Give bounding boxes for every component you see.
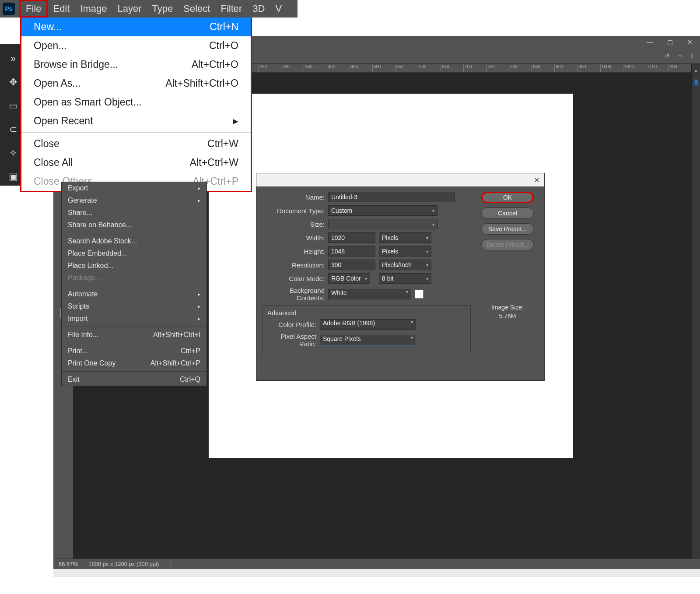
height-unit-select[interactable]: Pixels▾ <box>379 246 431 257</box>
window-minimize-button[interactable]: — <box>640 36 660 48</box>
menu-item-automate[interactable]: Automate▸ <box>62 288 206 300</box>
menu-item-place-linked[interactable]: Place Linked... <box>62 260 206 272</box>
menu-item-generate[interactable]: Generate▸ <box>62 194 206 207</box>
right-panel-collapsed[interactable]: « 👤 <box>691 64 700 577</box>
menubar-item-layer[interactable]: Layer <box>112 0 147 18</box>
menu-item-scripts[interactable]: Scripts▸ <box>62 300 206 313</box>
colormode-select[interactable]: RGB Color▾ <box>328 273 370 284</box>
cancel-button[interactable]: Cancel <box>481 207 534 219</box>
chevron-right-icon: ▸ <box>198 302 200 311</box>
name-field[interactable] <box>328 192 455 202</box>
chevron-down-icon: ▾ <box>426 249 428 254</box>
menu-item-label: Browse in Bridge... <box>34 57 118 72</box>
menubar-item-3d[interactable]: 3D <box>247 0 270 18</box>
menu-item-share[interactable]: Share... <box>62 207 206 219</box>
resolution-field[interactable] <box>328 260 375 270</box>
lasso-tool-icon[interactable]: ⊂ <box>4 121 22 138</box>
menu-item-close[interactable]: Close Ctrl+W <box>21 134 251 153</box>
chevron-right-icon[interactable]: » <box>4 50 22 67</box>
pixelaspect-select[interactable]: Square Pixels▾ <box>320 335 416 345</box>
menu-item-label: Generate <box>68 196 97 205</box>
width-field[interactable] <box>328 232 375 243</box>
menu-item-new[interactable]: New... Ctrl+N <box>21 18 251 36</box>
menu-item-print[interactable]: Print...Ctrl+P <box>62 345 206 357</box>
menu-item-file-info[interactable]: File Info...Alt+Shift+Ctrl+I <box>62 329 206 341</box>
label-width: Width: <box>262 234 328 242</box>
menu-item-print-one[interactable]: Print One CopyAlt+Shift+Ctrl+P <box>62 357 206 369</box>
quick-select-tool-icon[interactable]: ✧ <box>4 144 22 162</box>
menu-item-shortcut: Alt+Shift+Ctrl+P <box>150 359 200 368</box>
menu-item-import[interactable]: Import▸ <box>62 313 206 325</box>
menubar-item-image[interactable]: Image <box>75 0 112 18</box>
marquee-tool-icon[interactable]: ▭ <box>4 97 22 115</box>
select-value: Pixels <box>382 234 398 241</box>
select-value: Pixels/Inch <box>382 261 412 268</box>
ruler-tick: 950 <box>578 64 600 72</box>
menu-item-shortcut: Alt+Shift+Ctrl+O <box>165 76 238 91</box>
share-icon[interactable]: ⇧ <box>688 52 696 60</box>
menu-item-open[interactable]: Open... Ctrl+O <box>21 36 251 55</box>
menu-item-label: Open As... <box>34 76 80 91</box>
chevron-down-icon: ▾ <box>426 235 428 240</box>
save-preset-button[interactable]: Save Preset... <box>481 223 534 235</box>
menubar-item-filter[interactable]: Filter <box>215 0 247 18</box>
width-unit-select[interactable]: Pixels▾ <box>379 232 431 243</box>
menu-item-label: New... <box>34 20 62 34</box>
zoom-level[interactable]: 66.67% <box>59 561 78 567</box>
menu-item-label: Place Linked... <box>68 261 114 271</box>
menu-item-open-recent[interactable]: Open Recent ▸ <box>21 112 251 130</box>
menu-item-share-behance[interactable]: Share on Behance... <box>62 219 206 231</box>
resolution-unit-select[interactable]: Pixels/Inch▾ <box>379 260 431 270</box>
ok-button[interactable]: OK <box>481 192 534 203</box>
chevron-down-icon: ▾ <box>365 276 367 281</box>
menu-item-label: Open as Smart Object... <box>34 95 142 109</box>
menubar-item-view[interactable]: V <box>270 0 287 18</box>
chevron-left-icon[interactable]: « <box>692 67 700 75</box>
menu-item-export[interactable]: Export▸ <box>62 182 206 194</box>
chevron-down-icon: ▾ <box>411 335 413 345</box>
menu-item-close-all[interactable]: Close All Alt+Ctrl+W <box>21 153 251 172</box>
bgcontents-select[interactable]: White▾ <box>328 289 411 299</box>
window-close-button[interactable]: ✕ <box>680 36 700 48</box>
menu-item-search-stock[interactable]: Search Adobe Stock... <box>62 235 206 247</box>
window-maximize-button[interactable]: ▢ <box>660 36 680 48</box>
menubar: Ps File Edit Image Layer Type Select Fil… <box>0 0 298 18</box>
file-menu: New... Ctrl+N Open... Ctrl+O Browse in B… <box>20 18 252 192</box>
crop-tool-icon[interactable]: ▣ <box>4 168 22 186</box>
screen-mode-icon[interactable]: ▭ <box>676 52 683 60</box>
bgcolor-swatch[interactable] <box>415 290 424 299</box>
menu-item-label: Share on Behance... <box>68 220 132 230</box>
close-icon[interactable]: ✕ <box>532 176 541 184</box>
menu-item-label: Place Embedded... <box>68 249 127 258</box>
select-value: Pixels <box>382 248 398 255</box>
ruler-tick: 850 <box>532 64 554 72</box>
menu-item-place-embedded[interactable]: Place Embedded... <box>62 247 206 260</box>
chevron-down-icon: ▾ <box>426 263 428 267</box>
ruler-tick: 450 <box>350 64 372 72</box>
menubar-item-select[interactable]: Select <box>178 0 215 18</box>
menu-item-label: Share... <box>68 208 92 218</box>
menu-item-browse-bridge[interactable]: Browse in Bridge... Alt+Ctrl+O <box>21 55 251 74</box>
move-tool-icon[interactable]: ✥ <box>4 74 22 91</box>
taskbar <box>53 569 700 577</box>
label-size: Size: <box>262 221 328 228</box>
doctype-select[interactable]: Custom▾ <box>328 205 438 216</box>
dialog-form: Name: Document Type: Custom▾ Size: ▾ Wid… <box>262 192 471 352</box>
menu-item-label: Package... <box>68 273 101 283</box>
menu-item-exit[interactable]: ExitCtrl+Q <box>62 373 206 386</box>
chevron-right-icon: ▸ <box>198 196 200 205</box>
history-icon[interactable]: ↺ <box>663 52 671 60</box>
menu-item-open-as[interactable]: Open As... Alt+Shift+Ctrl+O <box>21 74 251 93</box>
bitdepth-select[interactable]: 8 bit▾ <box>379 273 431 284</box>
colorprofile-select[interactable]: Adobe RGB (1998)▾ <box>320 319 416 330</box>
dialog-titlebar[interactable]: ✕ <box>256 173 544 186</box>
menubar-item-type[interactable]: Type <box>147 0 178 18</box>
ruler-tick: 200 <box>668 64 691 72</box>
menubar-item-edit[interactable]: Edit <box>48 0 75 18</box>
menubar-item-file[interactable]: File <box>19 0 48 18</box>
menu-item-open-smart[interactable]: Open as Smart Object... <box>21 93 251 112</box>
select-value: 8 bit <box>382 275 393 282</box>
user-icon[interactable]: 👤 <box>692 78 700 87</box>
height-field[interactable] <box>328 246 375 257</box>
select-value: Adobe RGB (1998) <box>323 320 375 329</box>
